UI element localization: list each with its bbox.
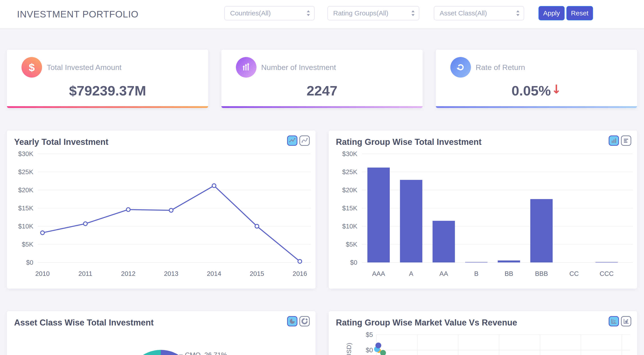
asset-class-filter-value: Asset Class(All)	[440, 10, 487, 17]
svg-text:$5: $5	[366, 331, 373, 338]
pie-slice-callout: CMO, 26.71%	[179, 351, 227, 355]
kpi-card-total-invested: $ Total Invested Amount $79239.37M	[7, 50, 208, 108]
kpi-label: Total Invested Amount	[47, 63, 122, 72]
smooth-line-chart-icon[interactable]	[300, 136, 310, 146]
kpi-label: Rate of Return	[476, 63, 525, 72]
panel-title: Rating Group Wise Market Value Vs Revenu…	[336, 318, 517, 328]
panel-title: Rating Group Wise Total Investment	[336, 137, 482, 147]
countries-filter-select[interactable]: Countries(All)	[224, 6, 314, 20]
svg-text:BBB: BBB	[535, 270, 548, 277]
svg-text:A: A	[409, 270, 414, 277]
panel-yearly-total-investment: Yearly Total Investment $0$5K$10K$15K$20…	[7, 130, 316, 288]
svg-text:$0: $0	[350, 259, 357, 266]
kpi-accent-bar	[7, 106, 208, 108]
svg-text:2011: 2011	[78, 270, 92, 277]
kpi-card-rate-of-return: Rate of Return 0.05%↓	[436, 50, 637, 108]
svg-text:$20K: $20K	[342, 186, 357, 194]
svg-text:AA: AA	[440, 270, 448, 277]
bar-chart-icon[interactable]	[609, 136, 619, 146]
dollar-icon: $	[22, 57, 42, 78]
kpi-card-number-of-investment: Number of Investment 2247	[222, 50, 422, 108]
rating-group-investment-chart: $0$5K$10K$15K$20K$25K$30KAAAAAABBBBBBCCC…	[329, 149, 637, 286]
panel-title: Asset Class Wise Total Investment	[14, 318, 154, 328]
kpi-accent-bar	[222, 106, 422, 108]
svg-text:$25K: $25K	[18, 168, 33, 176]
svg-text:$15K: $15K	[342, 204, 357, 212]
chart-type-toggles	[287, 316, 310, 326]
donut-chart-icon[interactable]	[300, 316, 310, 326]
top-header: INVESTMENT PORTFOLIO Countries(All) Rati…	[0, 0, 644, 28]
select-stepper-icon	[516, 10, 520, 16]
select-stepper-icon	[306, 10, 310, 16]
asset-class-pie-chart	[7, 330, 316, 355]
pie-chart-icon[interactable]	[287, 316, 298, 326]
svg-text:CC: CC	[569, 270, 579, 277]
scatter-chart-icon[interactable]	[609, 316, 619, 326]
kpi-value: $79239.37M	[7, 83, 208, 98]
kpi-accent-bar	[436, 106, 637, 108]
callout-label: CMO, 26.71%	[185, 351, 227, 355]
svg-text:$20K: $20K	[18, 186, 33, 194]
svg-text:(USD): (USD)	[346, 343, 352, 355]
svg-text:$15K: $15K	[18, 204, 33, 212]
rating-groups-filter-value: Rating Groups(All)	[333, 10, 388, 17]
svg-text:$25K: $25K	[342, 168, 357, 176]
svg-text:$30K: $30K	[342, 150, 357, 158]
panel-market-value-vs-revenue: Rating Group Wise Market Value Vs Revenu…	[329, 311, 637, 355]
svg-text:$30K: $30K	[18, 150, 33, 158]
market-value-revenue-scatter-chart: $5$0(USD)	[329, 330, 637, 355]
svg-text:2010: 2010	[35, 270, 50, 277]
svg-text:B: B	[474, 270, 478, 277]
rating-groups-filter-select[interactable]: Rating Groups(All)	[327, 6, 419, 20]
svg-text:CCC: CCC	[600, 270, 614, 277]
return-arrow-icon	[450, 57, 471, 78]
countries-filter-value: Countries(All)	[230, 10, 271, 17]
svg-text:2015: 2015	[250, 270, 264, 277]
svg-text:$0: $0	[366, 346, 373, 354]
svg-text:$5K: $5K	[346, 241, 357, 248]
svg-text:BB: BB	[504, 270, 513, 277]
panel-rating-group-total-investment: Rating Group Wise Total Investment $0$5K…	[329, 130, 637, 288]
svg-text:$10K: $10K	[342, 223, 357, 230]
chart-type-toggles	[609, 136, 631, 146]
yearly-total-investment-chart: $0$5K$10K$15K$20K$25K$30K201020112012201…	[7, 149, 316, 286]
chart-type-toggles	[287, 136, 310, 146]
svg-text:2016: 2016	[293, 270, 307, 277]
svg-text:$10K: $10K	[18, 223, 33, 230]
kpi-value: 0.05%↓	[436, 83, 637, 98]
hbar-chart-icon[interactable]	[621, 136, 631, 146]
svg-text:2014: 2014	[207, 270, 222, 277]
svg-text:2012: 2012	[121, 270, 136, 277]
chart-type-toggles	[609, 316, 631, 326]
kpi-label: Number of Investment	[261, 63, 336, 72]
asset-class-filter-select[interactable]: Asset Class(All)	[434, 6, 524, 20]
apply-button[interactable]: Apply	[538, 6, 564, 20]
trend-down-icon: ↓	[551, 83, 561, 96]
page-title: INVESTMENT PORTFOLIO	[17, 0, 139, 28]
select-stepper-icon	[411, 10, 415, 16]
reset-button[interactable]: Reset	[566, 6, 593, 20]
line-chart-icon[interactable]	[287, 136, 298, 146]
svg-text:$0: $0	[26, 259, 33, 266]
panel-asset-class-investment: Asset Class Wise Total Investment CMO, 2…	[7, 311, 316, 355]
bar-growth-icon	[236, 57, 256, 78]
kpi-value: 2247	[222, 83, 422, 98]
svg-text:AAA: AAA	[372, 270, 385, 277]
panel-title: Yearly Total Investment	[14, 137, 108, 147]
svg-text:2013: 2013	[164, 270, 178, 277]
svg-text:$5K: $5K	[22, 241, 33, 248]
bubble-chart-icon[interactable]	[621, 316, 631, 326]
